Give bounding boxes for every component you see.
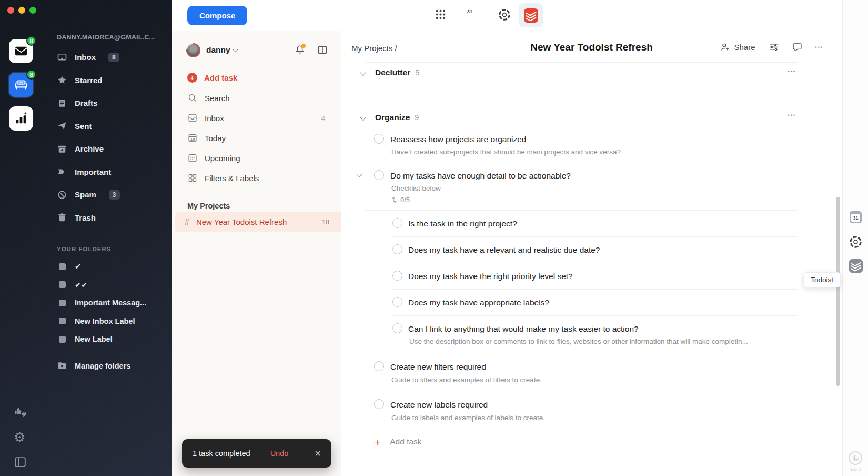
subtask-row[interactable]: Does my task have a relevant and realist…	[341, 237, 798, 263]
sidebar-toggle-icon[interactable]	[14, 455, 27, 469]
folder-item[interactable]: New Inbox Label	[57, 312, 169, 331]
task-title: Can I link to anything that would make m…	[408, 323, 798, 335]
subtask-row[interactable]: Can I link to anything that would make m…	[341, 316, 798, 352]
layout-columns-icon[interactable]	[317, 44, 328, 56]
compose-button[interactable]: Compose	[187, 6, 247, 25]
notifications-button[interactable]	[294, 44, 306, 56]
zoom-window-button[interactable]	[29, 7, 36, 14]
add-task-nav-button[interactable]: + Add task	[187, 67, 341, 88]
my-projects-header[interactable]: My Projects	[187, 202, 341, 210]
share-button[interactable]: Share	[720, 42, 755, 53]
folder-square-icon	[59, 300, 66, 306]
mail-item-spam[interactable]: Spam 3	[57, 183, 169, 206]
task-checkbox[interactable]	[392, 297, 402, 307]
task-checkbox[interactable]	[392, 323, 402, 333]
todoist-sidebar: Compose danny + Add task Search Inbox 4	[172, 0, 341, 476]
nav-item-today[interactable]: 10 Today	[187, 128, 341, 148]
task-checkbox[interactable]	[392, 244, 402, 254]
task-checkbox[interactable]	[392, 271, 402, 281]
nav-item-inbox[interactable]: Inbox 4	[187, 108, 341, 128]
task-title: Do my tasks have enough detail to be act…	[390, 170, 798, 182]
sidebar-bottom-icons: ⚙	[14, 405, 27, 469]
analytics-app-icon[interactable]	[9, 106, 33, 131]
nav-label: Today	[205, 134, 226, 143]
task-checkbox[interactable]	[374, 170, 384, 180]
today-calendar-icon: 10	[187, 133, 198, 143]
nav-item-search[interactable]: Search	[187, 88, 341, 108]
nav-item-upcoming[interactable]: Upcoming	[187, 148, 341, 168]
messenger-app-icon[interactable]: 8	[9, 73, 33, 97]
project-name: New Year Todoist Refresh	[196, 217, 287, 226]
todoist-app-icon-active[interactable]	[519, 3, 543, 27]
important-marker-icon	[57, 166, 67, 177]
view-options-icon[interactable]	[768, 42, 779, 53]
section-collapse-icon[interactable]	[360, 70, 366, 75]
manage-folders-button[interactable]: Manage folders	[57, 355, 169, 378]
folder-item[interactable]: New Label	[57, 330, 169, 349]
section-more-icon[interactable]: •••	[788, 113, 796, 118]
drafts-icon	[57, 98, 67, 108]
nav-label: Search	[205, 94, 230, 103]
avatar[interactable]	[186, 43, 200, 57]
calendar-extension-icon[interactable]: 31	[850, 211, 862, 223]
chatgpt-app-icon[interactable]	[498, 8, 511, 24]
task-link[interactable]: Guide to labels and examples of labels t…	[391, 413, 545, 423]
folder-item[interactable]: ✔	[57, 257, 169, 276]
more-options-icon[interactable]: •••	[815, 45, 823, 50]
project-item-new-year-todoist-refresh[interactable]: # New Year Todoist Refresh 18	[175, 212, 341, 232]
star-icon	[57, 75, 67, 85]
spam-block-icon	[57, 190, 67, 200]
section-declutter: Declutter 5 •••	[341, 63, 798, 83]
mail-item-trash[interactable]: Trash	[57, 206, 169, 230]
subtask-row[interactable]: Is the task in the right project?	[341, 211, 798, 237]
feedback-icon[interactable]	[14, 405, 27, 419]
person-add-icon	[720, 42, 731, 53]
task-checkbox[interactable]	[392, 218, 402, 228]
section-collapse-icon[interactable]	[360, 114, 366, 120]
mail-item-inbox[interactable]: Inbox 8	[57, 46, 169, 69]
subtask-row[interactable]: Does my task have appropriate labels?	[341, 290, 798, 316]
undo-button[interactable]: Undo	[270, 449, 289, 458]
task-link[interactable]: Guide to filters and examples of filters…	[391, 375, 542, 385]
folder-item[interactable]: ✔✔	[57, 276, 169, 294]
spam-count-badge: 3	[109, 190, 120, 200]
mail-app-icon[interactable]: 8	[9, 39, 33, 63]
folder-item[interactable]: Important Messag...	[57, 294, 169, 312]
vertical-scrollbar[interactable]	[836, 197, 840, 386]
todoist-tooltip: Todoist	[803, 272, 841, 287]
todoist-extension-icon[interactable]	[849, 259, 863, 275]
minimize-window-button[interactable]	[18, 7, 25, 14]
task-checkbox[interactable]	[374, 361, 384, 371]
mail-item-archive[interactable]: Archive	[57, 137, 169, 161]
user-name[interactable]: danny	[206, 45, 230, 55]
task-title: Does my task have appropriate labels?	[408, 296, 798, 309]
settings-gear-icon[interactable]: ⚙	[14, 431, 25, 444]
task-row[interactable]: Do my tasks have enough detail to be act…	[341, 160, 798, 211]
task-checkbox[interactable]	[374, 399, 384, 409]
folder-label: Important Messag...	[75, 299, 146, 307]
envelope-icon	[14, 44, 28, 58]
task-row[interactable]: Reassess how projects are organized Have…	[341, 128, 798, 160]
chevron-down-icon[interactable]	[233, 46, 238, 52]
close-icon[interactable]: ✕	[315, 449, 321, 459]
add-task-button[interactable]: + Add task	[341, 428, 842, 455]
task-collapse-icon[interactable]	[356, 171, 362, 177]
notification-dot	[301, 44, 306, 48]
mail-item-starred[interactable]: Starred	[57, 69, 169, 92]
comments-icon[interactable]	[792, 42, 803, 53]
mail-item-important[interactable]: Important	[57, 161, 169, 184]
section-more-icon[interactable]: •••	[788, 69, 796, 74]
section-name: Declutter	[375, 68, 410, 77]
task-row[interactable]: Create new labels required Guide to labe…	[341, 390, 798, 428]
task-title: Create new labels required	[390, 399, 798, 411]
task-checkbox[interactable]	[374, 134, 384, 144]
apps-grid-icon[interactable]	[435, 8, 447, 23]
subtask-row[interactable]: Does my task have the right priority lev…	[341, 263, 798, 290]
close-window-button[interactable]	[7, 7, 14, 14]
nav-item-filters-labels[interactable]: Filters & Labels	[187, 168, 341, 188]
chatgpt-extension-icon[interactable]	[849, 235, 863, 251]
task-row[interactable]: Create new filters required Guide to fil…	[341, 352, 798, 390]
mail-item-sent[interactable]: Sent	[57, 115, 169, 138]
mail-item-drafts[interactable]: Drafts	[57, 92, 169, 115]
mail-item-label: Sent	[75, 122, 92, 131]
